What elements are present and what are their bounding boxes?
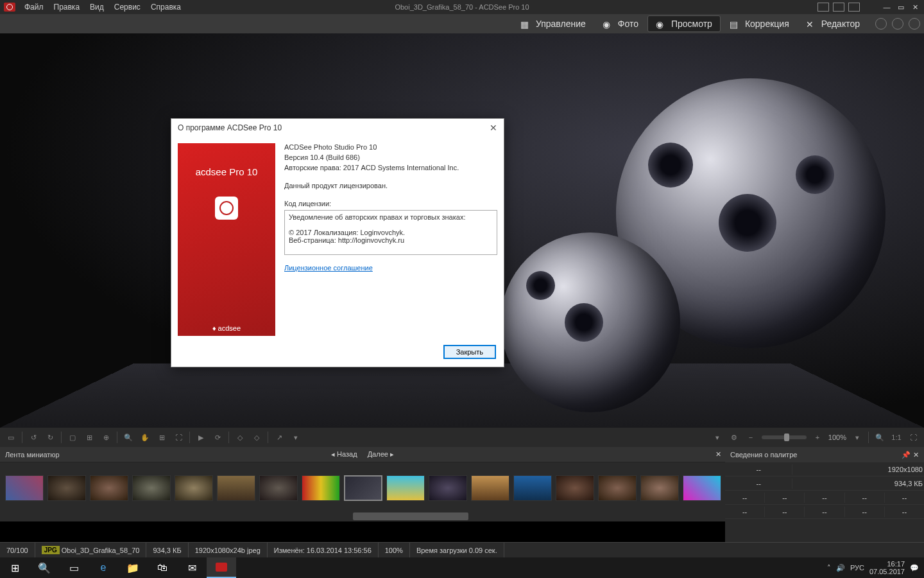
close-window-button[interactable]: ✕ (909, 2, 921, 12)
thumbnail-scrollbar[interactable] (0, 511, 725, 521)
thumbnail[interactable] (259, 475, 298, 501)
tab-photo[interactable]: ◉Фото (595, 16, 646, 31)
target-icon[interactable]: ⊕ (100, 432, 112, 443)
thumbnail[interactable] (471, 475, 509, 501)
dropdown-icon[interactable]: ▾ (290, 432, 302, 443)
menu-edit[interactable]: Правка (49, 3, 85, 12)
palette-cell: -- (725, 478, 792, 489)
layout-preset-3[interactable] (848, 3, 860, 12)
tray-notifications-icon[interactable]: 💬 (910, 564, 919, 572)
extra-365-icon[interactable] (875, 18, 887, 30)
eye-icon: ◉ (656, 19, 667, 28)
palette-dims: 1920x1080 (792, 464, 924, 475)
thumbnail[interactable] (217, 475, 255, 501)
nav-forward[interactable]: Далее ▸ (368, 450, 394, 459)
thumbnail[interactable] (556, 475, 594, 501)
fit-icon[interactable]: ⛶ (907, 432, 919, 443)
status-count: 70/100 (0, 543, 35, 557)
explorer-icon[interactable]: 📁 (118, 557, 148, 578)
layout-preset-1[interactable] (817, 3, 829, 12)
zoom-tool-icon[interactable]: 🔍 (123, 432, 134, 443)
taskview-icon[interactable]: ▭ (59, 557, 89, 578)
rotate-ccw-icon[interactable]: ↺ (28, 432, 39, 443)
rotate-cw-icon[interactable]: ↻ (44, 432, 56, 443)
mail-icon[interactable]: ✉ (177, 557, 207, 578)
chevron-down-icon[interactable]: ▾ (712, 432, 723, 443)
menu-service[interactable]: Сервис (109, 3, 146, 12)
magnify-icon[interactable]: 🔍 (874, 432, 886, 443)
thumbnail[interactable] (47, 475, 86, 501)
thumbnail[interactable] (90, 475, 128, 501)
expand-icon[interactable]: ⛶ (173, 432, 184, 443)
tab-manage[interactable]: ▦Управление (513, 16, 594, 31)
palette-cell: -- (805, 493, 844, 503)
zoom-out-icon[interactable]: − (745, 432, 757, 443)
gear-icon[interactable]: ⚙ (728, 432, 740, 443)
tray-lang[interactable]: РУС (850, 564, 864, 572)
close-button[interactable]: Закрыть (443, 345, 496, 359)
tab-editor[interactable]: ✕Редактор (798, 16, 868, 31)
extra-chart-icon[interactable] (892, 18, 903, 30)
search-icon[interactable]: 🔍 (30, 557, 59, 578)
thumbnail[interactable] (175, 475, 213, 501)
tag2-icon[interactable]: ◇ (251, 432, 262, 443)
tab-correction[interactable]: ▤Коррекция (722, 16, 797, 31)
chevron-down-icon[interactable]: ▾ (851, 432, 863, 443)
copyright-notice-box[interactable]: Уведомление об авторских правах и торгов… (284, 210, 497, 255)
palette-title: Сведения о палитре (730, 451, 797, 459)
menu-help[interactable]: Справка (146, 3, 186, 12)
screen-icon[interactable]: ▭ (5, 432, 17, 443)
notice-title: Уведомление об авторских правах и торгов… (289, 213, 493, 221)
play-icon[interactable]: ▶ (195, 432, 207, 443)
thumbnail[interactable] (598, 475, 637, 501)
menu-file[interactable]: Файл (19, 3, 49, 12)
tray-clock[interactable]: 16:17 07.05.2017 (869, 560, 905, 575)
select-icon[interactable]: ▢ (67, 432, 78, 443)
app-icon (4, 3, 15, 12)
layout-preset-2[interactable] (833, 3, 844, 12)
store-icon[interactable]: 🛍 (148, 557, 177, 578)
nav-back[interactable]: ◂ Назад (331, 450, 357, 459)
thumbnail[interactable] (683, 475, 721, 501)
palette-info-panel: Сведения о палитре 📌 ✕ -- 1920x1080 -- 9… (725, 447, 924, 542)
thumbnail[interactable] (640, 475, 679, 501)
palette-cell: -- (845, 493, 885, 503)
grid-tool2-icon[interactable]: ⊞ (156, 432, 167, 443)
license-agreement-link[interactable]: Лицензионное соглашение (284, 264, 373, 272)
maximize-button[interactable]: ▭ (894, 2, 907, 12)
dialog-close-icon[interactable]: ✕ (490, 123, 497, 133)
tray-volume-icon[interactable]: 🔊 (836, 564, 845, 572)
auto-advance-icon[interactable]: ⟳ (212, 432, 223, 443)
zoom-in-icon[interactable]: + (812, 432, 823, 443)
thumbnail[interactable] (5, 475, 44, 501)
thumbnail[interactable] (386, 475, 425, 501)
thumbnail[interactable] (429, 475, 467, 501)
menu-view[interactable]: Вид (85, 3, 109, 12)
thumbnail-selected[interactable] (344, 475, 382, 501)
thumbnail[interactable] (132, 475, 171, 501)
grid-tool-icon[interactable]: ⊞ (83, 432, 95, 443)
close-thumbstrip-icon[interactable]: ✕ (715, 450, 721, 459)
thumbnail[interactable] (302, 475, 340, 501)
tab-view[interactable]: ◉Просмотр (647, 15, 721, 32)
edge-icon[interactable]: e (89, 557, 118, 578)
status-zoom: 100% (379, 543, 410, 557)
palette-cell: -- (725, 493, 765, 503)
tab-photo-label: Фото (618, 19, 638, 29)
product-copyright: Авторские права: 2017 ACD Systems Intern… (284, 164, 497, 171)
tray-chevron-icon[interactable]: ˄ (827, 564, 831, 572)
ratio-11-icon[interactable]: 1:1 (891, 432, 902, 443)
extra-sync-icon[interactable] (909, 18, 920, 30)
thumbnail[interactable] (513, 475, 552, 501)
palette-close-icon[interactable]: ✕ (913, 451, 919, 459)
grid-icon: ▦ (520, 19, 532, 28)
minimize-button[interactable]: — (880, 2, 893, 12)
acdsee-taskbar-icon[interactable] (207, 557, 236, 578)
palette-pin-icon[interactable]: 📌 (902, 451, 911, 459)
hand-tool-icon[interactable]: ✋ (139, 432, 151, 443)
zoom-value: 100% (828, 434, 846, 441)
start-button[interactable]: ⊞ (0, 557, 30, 578)
external-icon[interactable]: ↗ (273, 432, 285, 443)
tag-icon[interactable]: ◇ (234, 432, 246, 443)
zoom-slider[interactable] (762, 435, 807, 439)
